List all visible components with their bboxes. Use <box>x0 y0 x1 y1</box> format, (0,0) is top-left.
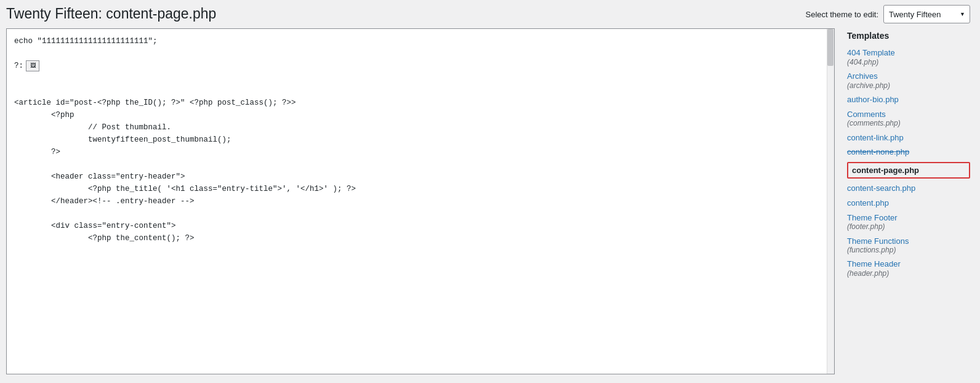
sidebar: Templates 404 Template (404.php) Archive… <box>847 28 970 374</box>
template-item-comments: Comments (comments.php) <box>847 110 970 128</box>
template-file-theme-functions: (functions.php) <box>847 246 970 254</box>
template-link-theme-functions[interactable]: Theme Functions <box>847 236 970 246</box>
template-item-content-search: content-search.php <box>847 183 970 193</box>
template-item-archives: Archives (archive.php) <box>847 71 970 90</box>
template-link-content-search[interactable]: content-search.php <box>847 183 970 193</box>
template-item-content-none: content-none.php <box>847 147 970 157</box>
template-link-content-none[interactable]: content-none.php <box>847 147 970 157</box>
theme-select-wrapper[interactable]: Twenty Fifteen Twenty Sixteen Twenty Sev… <box>883 5 970 23</box>
template-item-content-page: content-page.php <box>847 162 970 179</box>
template-item-content-link: content-link.php <box>847 133 970 143</box>
scrollbar-track[interactable] <box>827 29 834 374</box>
template-link-author-bio[interactable]: author-bio.php <box>847 95 970 105</box>
template-item-theme-header: Theme Header (header.php) <box>847 259 970 278</box>
theme-select-label: Select theme to edit: <box>805 10 878 19</box>
template-link-archives[interactable]: Archives <box>847 71 970 81</box>
template-link-theme-header[interactable]: Theme Header <box>847 259 970 269</box>
template-file-archives: (archive.php) <box>847 81 970 90</box>
code-editor[interactable]: echo "11111111111111111111111"; ?:🖼 <art… <box>7 29 834 374</box>
template-link-comments[interactable]: Comments <box>847 110 970 119</box>
template-link-content-link[interactable]: content-link.php <box>847 133 970 143</box>
template-file-theme-footer: (footer.php) <box>847 222 970 231</box>
editor-area: echo "11111111111111111111111"; ?:🖼 <art… <box>6 28 835 374</box>
theme-select-area: Select theme to edit: Twenty Fifteen Twe… <box>805 5 970 23</box>
editor-container: echo "11111111111111111111111"; ?:🖼 <art… <box>6 28 835 374</box>
page-title: Twenty Fifteen: content-page.php <box>6 5 216 23</box>
template-link-content-page[interactable]: content-page.php <box>852 166 965 175</box>
template-item-theme-footer: Theme Footer (footer.php) <box>847 213 970 232</box>
template-link-content[interactable]: content.php <box>847 198 970 208</box>
template-item-404: 404 Template (404.php) <box>847 48 970 67</box>
template-link-404[interactable]: 404 Template <box>847 48 970 58</box>
page-wrapper: Twenty Fifteen: content-page.php Select … <box>0 0 980 383</box>
main-content: echo "11111111111111111111111"; ?:🖼 <art… <box>0 28 980 383</box>
template-file-404: (404.php) <box>847 58 970 67</box>
template-item-content: content.php <box>847 198 970 208</box>
icon-image: 🖼 <box>26 60 39 71</box>
top-bar: Twenty Fifteen: content-page.php Select … <box>0 0 980 28</box>
template-link-theme-footer[interactable]: Theme Footer <box>847 213 970 223</box>
template-file-comments: (comments.php) <box>847 119 970 127</box>
icon-line: ?:🖼 <box>14 60 827 72</box>
template-file-theme-header: (header.php) <box>847 269 970 278</box>
template-item-theme-functions: Theme Functions (functions.php) <box>847 236 970 255</box>
theme-select[interactable]: Twenty Fifteen Twenty Sixteen Twenty Sev… <box>883 5 970 23</box>
scrollbar-thumb[interactable] <box>827 29 833 66</box>
templates-heading: Templates <box>847 31 970 41</box>
template-item-author-bio: author-bio.php <box>847 95 970 105</box>
